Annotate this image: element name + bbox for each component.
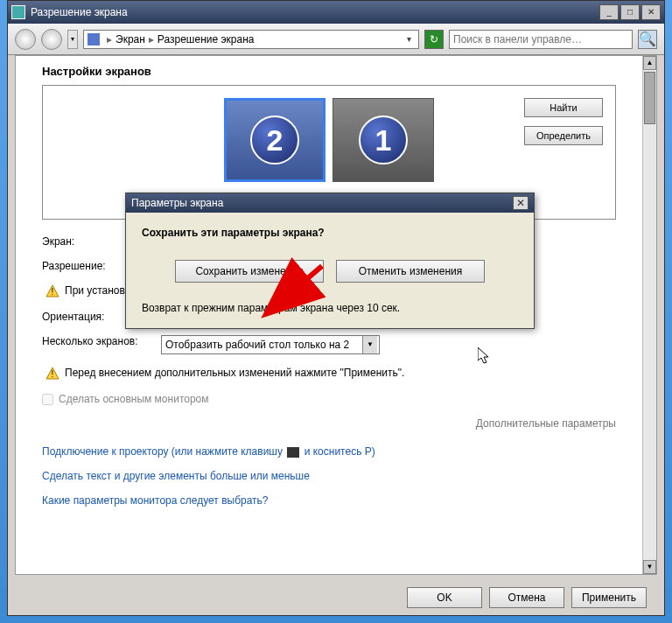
vertical-scrollbar[interactable]: ▲ ▼ (642, 56, 656, 574)
main-monitor-checkbox-row: Сделать основным монитором (42, 393, 616, 405)
back-button[interactable] (15, 29, 36, 50)
monitor-1-number: 1 (375, 123, 392, 158)
control-panel-icon (88, 33, 100, 46)
scroll-up-button[interactable]: ▲ (643, 56, 656, 70)
close-button[interactable]: ✕ (641, 4, 661, 20)
scroll-down-button[interactable]: ▼ (643, 560, 656, 574)
footer-buttons: OK Отмена Применить (407, 587, 647, 608)
multi-screens-value: Отобразить рабочий стол только на 2 (165, 339, 349, 351)
breadcrumb-sep: ▸ (107, 33, 112, 46)
titlebar[interactable]: Разрешение экрана _ □ ✕ (8, 1, 664, 24)
section-title: Настройки экранов (42, 65, 616, 78)
windows-key-icon (287, 447, 299, 458)
mouse-cursor (478, 347, 492, 368)
svg-text:!: ! (52, 369, 54, 379)
apply-first-warning-text: Перед внесением дополнительных изменений… (65, 367, 404, 379)
breadcrumb-sep: ▸ (149, 33, 154, 46)
apply-button[interactable]: Применить (571, 587, 647, 608)
main-monitor-checkbox (42, 394, 53, 405)
breadcrumb-item-screen[interactable]: Экран (116, 33, 145, 46)
minimize-button[interactable]: _ (599, 4, 619, 20)
projector-link[interactable]: Подключение к проектору (или нажмите кла… (42, 445, 616, 458)
monitor-2-number: 2 (267, 123, 284, 158)
forward-button[interactable] (41, 29, 62, 50)
find-button[interactable]: Найти (524, 98, 603, 117)
main-monitor-checkbox-label: Сделать основным монитором (59, 393, 209, 405)
monitor-1-preview[interactable]: 1 (332, 98, 434, 182)
screen-parameters-dialog: Параметры экрана ✕ Сохранить эти парамет… (125, 192, 535, 329)
nav-history-dropdown[interactable]: ▾ (67, 30, 78, 49)
search-button[interactable]: 🔍 (638, 30, 657, 49)
maximize-button[interactable]: □ (620, 4, 640, 20)
dialog-close-button[interactable]: ✕ (513, 196, 528, 210)
dialog-question: Сохранить эти параметры экрана? (142, 227, 518, 239)
multi-screens-label: Несколько экранов: (42, 335, 156, 347)
search-input[interactable] (453, 33, 628, 46)
projector-link-pre: Подключение к проектору (или нажмите кла… (42, 445, 283, 458)
warning-icon: ! (46, 367, 60, 381)
toolbar: ▾ ▸ Экран ▸ Разрешение экрана ▾ ↻ 🔍 (8, 24, 664, 55)
window-title: Разрешение экрана (31, 6, 599, 18)
ok-button[interactable]: OK (407, 587, 482, 608)
cancel-button[interactable]: Отмена (489, 587, 564, 608)
search-input-wrapper[interactable] (449, 30, 633, 49)
extended-params-link[interactable]: Дополнительные параметры (42, 417, 616, 430)
breadcrumb[interactable]: ▸ Экран ▸ Разрешение экрана ▾ (83, 30, 419, 49)
svg-marker-6 (478, 347, 488, 363)
breadcrumb-dropdown-icon[interactable]: ▾ (403, 34, 415, 44)
revert-changes-button[interactable]: Отменить изменения (336, 260, 485, 283)
scroll-thumb[interactable] (644, 72, 655, 124)
svg-text:!: ! (52, 287, 54, 297)
which-monitor-link[interactable]: Какие параметры монитора следует выбрать… (42, 494, 616, 507)
text-size-link[interactable]: Сделать текст и другие элементы больше и… (42, 470, 616, 482)
projector-link-post: и коснитесь P) (304, 445, 375, 458)
save-changes-button[interactable]: Сохранить изменения (175, 260, 324, 283)
refresh-button[interactable]: ↻ (424, 30, 444, 49)
multi-screens-dropdown[interactable]: Отобразить рабочий стол только на 2 (161, 335, 380, 354)
dialog-titlebar[interactable]: Параметры экрана ✕ (126, 193, 534, 213)
identify-button[interactable]: Определить (524, 126, 603, 145)
dialog-title: Параметры экрана (131, 197, 513, 209)
warning-icon: ! (46, 284, 60, 298)
countdown-text: Возврат к прежним параметрам экрана чере… (142, 302, 518, 314)
monitor-2-preview[interactable]: 2 (224, 98, 326, 182)
window-icon (11, 5, 25, 19)
breadcrumb-item-resolution[interactable]: Разрешение экрана (158, 33, 255, 46)
